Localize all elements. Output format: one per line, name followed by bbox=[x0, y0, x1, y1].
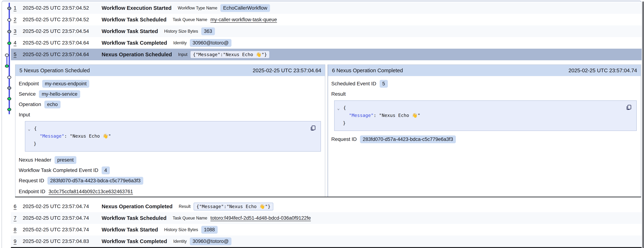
timeline-event-dot-completed[interactable] bbox=[8, 42, 11, 45]
timeline-event-dot-started[interactable] bbox=[8, 87, 11, 89]
copy-icon[interactable] bbox=[310, 124, 316, 131]
detail-field-label: Request ID bbox=[331, 136, 357, 142]
event-row[interactable]: 92025-02-25 UTC 23:57:04.83Workflow Task… bbox=[11, 236, 642, 247]
scrollbar-track[interactable] bbox=[642, 0, 644, 248]
panel-title: 6 Nexus Operation Completed bbox=[332, 67, 403, 73]
event-id-cell: 5 bbox=[14, 51, 23, 57]
event-name: Workflow Task Scheduled bbox=[102, 215, 166, 221]
event-id-link[interactable]: 4 bbox=[14, 40, 16, 45]
event-id-cell: 9 bbox=[14, 238, 23, 244]
expanded-event-panels: 5 Nexus Operation Scheduled 2025-02-25 U… bbox=[15, 64, 641, 197]
event-timestamp: 2025-02-25 UTC 23:57:04.74 bbox=[23, 204, 102, 209]
attribute-label: Input bbox=[178, 52, 188, 57]
event-row[interactable]: 32025-02-25 UTC 23:57:04.54Workflow Task… bbox=[11, 25, 642, 37]
timeline-event-dot-scheduled[interactable] bbox=[8, 19, 11, 21]
detail-field-label: Nexus Header bbox=[19, 157, 51, 163]
timeline-event-dot-completed[interactable] bbox=[8, 97, 11, 100]
event-name: Workflow Task Scheduled bbox=[102, 17, 166, 23]
timeline-event-dot-started[interactable] bbox=[8, 7, 11, 10]
event-row[interactable]: 22025-02-25 UTC 23:57:04.52Workflow Task… bbox=[11, 14, 642, 25]
json-line: } bbox=[28, 140, 316, 148]
event-id-link[interactable]: 8 bbox=[14, 227, 16, 232]
chevron-down-icon[interactable]: ⌄ bbox=[337, 104, 343, 112]
event-timestamp: 2025-02-25 UTC 23:57:04.74 bbox=[23, 215, 102, 221]
json-code-block: ⌄{"Message": "Nexus Echo 👋"} bbox=[25, 121, 321, 152]
attribute-label: Result bbox=[179, 204, 190, 209]
event-row[interactable]: 62025-02-25 UTC 23:57:04.74Nexus Operati… bbox=[11, 201, 642, 212]
panel-divider-gap bbox=[325, 64, 328, 197]
event-row[interactable]: 52025-02-25 UTC 23:57:04.64Nexus Operati… bbox=[11, 49, 642, 60]
json-colon: : bbox=[64, 133, 70, 139]
event-id-link[interactable]: 6 bbox=[14, 204, 16, 209]
detail-field: Servicemy-hello-service bbox=[19, 90, 321, 98]
detail-field: Endpoint ID3c0c75ccfa8144b092c13ce632463… bbox=[19, 188, 321, 196]
attribute-value-code-badge: {"Message":"Nexus Echo 👋"} bbox=[190, 51, 269, 58]
detail-field: Workflow Task Completed Event ID4 bbox=[19, 166, 321, 174]
timeline-event-dot-scheduled[interactable] bbox=[5, 54, 9, 57]
event-rows-top: 12025-02-25 UTC 23:57:04.52Workflow Exec… bbox=[11, 2, 642, 60]
json-value: "Nexus Echo 👋" bbox=[379, 113, 420, 118]
attribute-label: Identity bbox=[173, 40, 187, 45]
json-colon: : bbox=[374, 113, 379, 118]
event-name: Nexus Operation Scheduled bbox=[102, 51, 172, 57]
panel-timestamp: 2025-02-25 UTC 23:57:04.74 bbox=[568, 67, 637, 73]
json-key: "Message" bbox=[40, 133, 64, 139]
scrollbar-thumb[interactable] bbox=[642, 1, 644, 248]
detail-field: Request ID283fd070-d57a-4423-bdca-c5c779… bbox=[19, 177, 321, 185]
event-row[interactable]: 82025-02-25 UTC 23:57:04.74Workflow Task… bbox=[11, 224, 642, 236]
event-history-panel: 12025-02-25 UTC 23:57:04.52Workflow Exec… bbox=[2, 1, 642, 248]
timeline-event-dot-completed[interactable] bbox=[5, 65, 9, 67]
json-line: "Message": "Nexus Echo 👋" bbox=[28, 132, 316, 140]
event-row[interactable]: 12025-02-25 UTC 23:57:04.52Workflow Exec… bbox=[11, 2, 642, 14]
event-name: Workflow Task Completed bbox=[102, 238, 167, 244]
event-id-link[interactable]: 1 bbox=[14, 5, 16, 11]
json-line: ⌄{ bbox=[28, 125, 316, 132]
event-id-cell: 4 bbox=[14, 40, 23, 46]
event-row[interactable]: 72025-02-25 UTC 23:57:04.74Workflow Task… bbox=[11, 212, 642, 224]
json-code-block: ⌄{"Message": "Nexus Echo 👋"} bbox=[334, 100, 637, 131]
attribute-value-link[interactable]: 3c0c75ccfa8144b092c13ce632463761 bbox=[48, 189, 133, 195]
attribute-value-link[interactable]: my-caller-workflow-task-queue bbox=[210, 17, 277, 22]
event-timestamp: 2025-02-25 UTC 23:57:04.52 bbox=[23, 17, 102, 22]
event-name: Workflow Execution Started bbox=[102, 5, 172, 11]
timeline-event-dot-scheduled[interactable] bbox=[8, 76, 11, 79]
chevron-down-icon[interactable]: ⌄ bbox=[28, 125, 34, 133]
attribute-value-badge: 283fd070-d57a-4423-bdca-c5c779e6a3f3 bbox=[48, 177, 143, 185]
attribute-label: History Size Bytes bbox=[164, 29, 198, 34]
detail-field-label: Service bbox=[19, 91, 36, 97]
event-id-link[interactable]: 2 bbox=[14, 17, 16, 22]
event-timestamp: 2025-02-25 UTC 23:57:04.74 bbox=[23, 227, 102, 233]
timeline-event-dot-completed[interactable] bbox=[8, 108, 11, 111]
event-id-cell: 8 bbox=[14, 227, 23, 233]
event-name: Workflow Task Started bbox=[102, 28, 158, 34]
attribute-value-link[interactable]: totoro:f494fecf-2d51-4d48-bdcd-036a0f912… bbox=[210, 215, 311, 221]
attribute-value-code-badge: {"Message":"Nexus Echo 👋"} bbox=[194, 203, 273, 211]
event-id-link[interactable]: 3 bbox=[14, 28, 16, 34]
detail-field-label: Input bbox=[19, 112, 30, 118]
detail-field-label: Request ID bbox=[19, 178, 44, 184]
event-timestamp: 2025-02-25 UTC 23:57:04.52 bbox=[23, 5, 102, 11]
detail-field-label: Workflow Task Completed Event ID bbox=[19, 167, 98, 173]
json-line: } bbox=[337, 119, 632, 127]
panel-header[interactable]: 6 Nexus Operation Completed 2025-02-25 U… bbox=[328, 65, 641, 76]
event-id-link[interactable]: 5 bbox=[14, 51, 16, 57]
workflow-timeline-graph bbox=[2, 1, 14, 121]
panel-header[interactable]: 5 Nexus Operation Scheduled 2025-02-25 U… bbox=[16, 65, 325, 76]
detail-field-label: Endpoint ID bbox=[19, 189, 45, 195]
event-id-link[interactable]: 9 bbox=[14, 238, 16, 244]
attribute-value-badge: EchoCallerWorkflow bbox=[220, 4, 270, 12]
event-id-cell: 2 bbox=[14, 17, 23, 22]
json-key: "Message" bbox=[349, 113, 374, 118]
json-brace: { bbox=[343, 105, 346, 110]
event-rows-bottom: 62025-02-25 UTC 23:57:04.74Nexus Operati… bbox=[11, 201, 642, 248]
attribute-value-badge: 283fd070-d57a-4423-bdca-c5c779e6a3f3 bbox=[360, 135, 456, 143]
copy-icon[interactable] bbox=[626, 104, 632, 111]
event-row[interactable]: 42025-02-25 UTC 23:57:04.64Workflow Task… bbox=[11, 37, 642, 49]
event-name: Workflow Task Completed bbox=[102, 40, 167, 46]
timeline-event-dot-started[interactable] bbox=[8, 30, 11, 33]
event-id-link[interactable]: 7 bbox=[14, 215, 16, 221]
json-value: "Nexus Echo 👋" bbox=[70, 133, 111, 139]
detail-field: Request ID283fd070-d57a-4423-bdca-c5c779… bbox=[331, 135, 637, 143]
attribute-value-badge: 4 bbox=[102, 167, 110, 174]
json-brace: { bbox=[34, 126, 37, 131]
